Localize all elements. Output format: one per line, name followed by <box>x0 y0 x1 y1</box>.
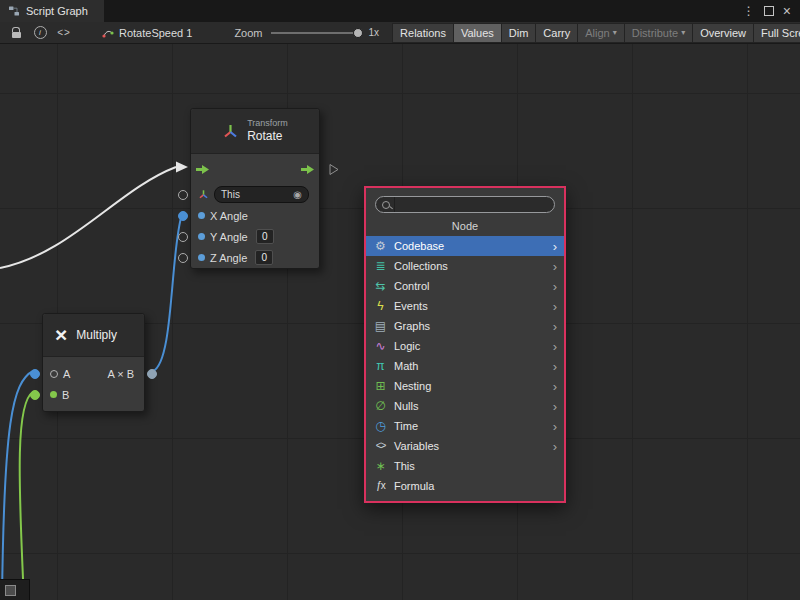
fullscreen-button[interactable]: Full Screen <box>753 23 800 43</box>
chevron-right-icon: › <box>553 420 559 433</box>
multiply-icon: × <box>55 324 67 345</box>
port-label: B <box>62 389 69 401</box>
port-label: Z Angle <box>210 252 247 264</box>
search-field[interactable] <box>375 196 555 213</box>
y-angle-port[interactable] <box>178 232 188 242</box>
wire-blue-offscreen[interactable] <box>2 371 33 600</box>
maximize-icon[interactable] <box>764 6 774 16</box>
object-picker-icon[interactable]: ◉ <box>293 190 302 200</box>
close-icon[interactable]: × <box>783 4 791 18</box>
carry-button[interactable]: Carry <box>535 23 578 43</box>
port-label: Y Angle <box>210 231 248 243</box>
overview-button[interactable]: Overview <box>692 23 754 43</box>
distribute-button[interactable]: Distribute ▾ <box>624 23 693 43</box>
category-icon: ≣ <box>373 260 388 272</box>
values-button[interactable]: Values <box>453 23 502 43</box>
finder-item-label: Control <box>394 280 429 292</box>
this-object-field[interactable]: This ◉ <box>214 186 309 203</box>
finder-item-label: Math <box>394 360 418 372</box>
fuzzy-finder: Node ⚙ Codebase › ≣ Collections › ⇆ Cont… <box>364 186 566 503</box>
finder-item[interactable]: ⇆ Control › <box>366 276 564 296</box>
unity-script-graph-window: Script Graph ⋮ × i <> RotateSpeed 1 Zoom <box>0 0 800 600</box>
finder-item[interactable]: ⚙ Codebase › <box>366 236 564 256</box>
finder-item[interactable]: ▤ Graphs › <box>366 316 564 336</box>
port-row-x-angle: X Angle <box>191 205 319 226</box>
relation-arrow-icon <box>329 163 339 176</box>
chevron-right-icon: › <box>553 380 559 393</box>
port-row-b: B <box>43 384 144 405</box>
toolbar-buttons: Relations Values Dim Carry Align ▾ Distr… <box>393 23 800 43</box>
finder-item-label: Time <box>394 420 418 432</box>
zoom-value: 1x <box>369 27 380 38</box>
this-port[interactable] <box>178 190 188 200</box>
y-angle-value-field[interactable]: 0 <box>256 229 274 244</box>
z-angle-value-field[interactable]: 0 <box>255 250 273 265</box>
graph-canvas[interactable]: Transform Rotate <box>0 44 800 600</box>
chevron-right-icon: › <box>553 360 559 373</box>
b-port[interactable] <box>30 390 40 400</box>
align-button[interactable]: Align ▾ <box>577 23 624 43</box>
info-button[interactable]: i <box>28 24 52 42</box>
zoom-slider-knob[interactable] <box>353 28 363 38</box>
wire-white-arrowhead <box>176 162 188 173</box>
port-row-z-angle: Z Angle 0 <box>191 247 319 268</box>
background-window-tab[interactable] <box>0 579 30 600</box>
category-icon: ϟ <box>373 300 388 312</box>
finder-item-label: Events <box>394 300 428 312</box>
wire-green-offscreen[interactable] <box>20 392 33 600</box>
wire-white[interactable] <box>0 167 176 268</box>
category-icon: ⚙ <box>373 240 388 252</box>
port-row-this: This ◉ <box>191 184 319 205</box>
flow-input-port[interactable] <box>195 164 210 175</box>
lock-button[interactable] <box>4 24 28 42</box>
align-label: Align <box>585 27 609 39</box>
node-header: × Multiply <box>43 314 144 357</box>
chevron-right-icon: › <box>553 400 559 413</box>
x-angle-port[interactable] <box>178 211 188 221</box>
flow-port-row <box>191 154 319 184</box>
script-graph-icon <box>8 5 20 17</box>
window-menu-icon[interactable]: ⋮ <box>743 5 755 17</box>
category-icon: ◷ <box>373 420 388 432</box>
z-angle-port[interactable] <box>178 253 188 263</box>
finder-header: Node <box>366 215 564 236</box>
node-transform-rotate[interactable]: Transform Rotate <box>190 108 320 269</box>
node-multiply[interactable]: × Multiply A A × B B <box>42 313 145 412</box>
a-port[interactable] <box>30 369 40 379</box>
code-preview-button[interactable]: <> <box>52 24 76 42</box>
tab-script-graph[interactable]: Script Graph <box>0 0 104 22</box>
dim-button[interactable]: Dim <box>501 23 537 43</box>
category-icon: ∗ <box>373 460 388 472</box>
category-icon: ⊞ <box>373 380 388 392</box>
finder-item[interactable]: ◷ Time › <box>366 416 564 436</box>
relations-button[interactable]: Relations <box>392 23 454 43</box>
code-icon: <> <box>57 27 71 38</box>
zoom-slider-track[interactable] <box>271 32 363 34</box>
category-icon: ⇆ <box>373 280 388 292</box>
category-icon: ∿ <box>373 340 388 352</box>
finder-item[interactable]: ϟ Events › <box>366 296 564 316</box>
chevron-right-icon: › <box>553 240 559 253</box>
finder-item[interactable]: π Math › <box>366 356 564 376</box>
this-field-label: This <box>221 189 240 200</box>
finder-item[interactable]: ∿ Logic › <box>366 336 564 356</box>
port-row-a: A A × B <box>43 363 144 384</box>
finder-item[interactable]: ≣ Collections › <box>366 256 564 276</box>
node-category: Transform <box>247 118 288 129</box>
dropdown-arrow-icon: ▾ <box>681 28 685 37</box>
finder-item[interactable]: ⊞ Nesting › <box>366 376 564 396</box>
search-input[interactable] <box>400 197 548 212</box>
graph-breadcrumb[interactable]: RotateSpeed 1 <box>102 27 192 39</box>
finder-item[interactable]: ∅ Nulls › <box>366 396 564 416</box>
z-angle-pip <box>198 254 205 261</box>
category-icon: ▤ <box>373 320 388 332</box>
finder-item[interactable]: ∗ This <box>366 456 564 476</box>
flow-output-port[interactable] <box>300 164 315 175</box>
finder-item[interactable]: ƒx Formula <box>366 476 564 496</box>
finder-item-label: This <box>394 460 415 472</box>
result-port[interactable] <box>147 369 157 379</box>
zoom-slider[interactable] <box>271 26 363 40</box>
node-header: Transform Rotate <box>191 109 319 154</box>
node-title: Rotate <box>247 129 288 144</box>
finder-item[interactable]: <> Variables › <box>366 436 564 456</box>
